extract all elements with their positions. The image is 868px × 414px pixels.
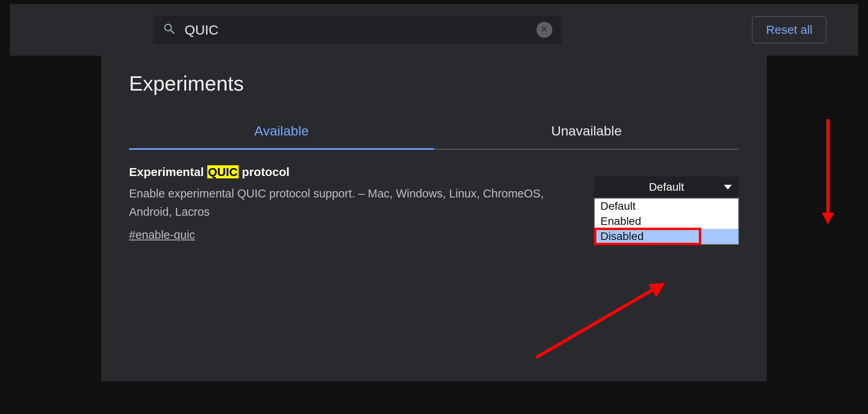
dropdown-option-disabled[interactable]: Disabled	[595, 229, 738, 244]
flag-title-highlight: QUIC	[207, 165, 239, 178]
tab-available[interactable]: Available	[129, 115, 434, 149]
tab-indicator	[129, 148, 434, 150]
dropdown-option-enabled[interactable]: Enabled	[595, 214, 738, 229]
search-box[interactable]	[153, 15, 562, 44]
flag-title-pre: Experimental	[129, 165, 207, 178]
top-bar: Reset all	[10, 4, 858, 56]
flag-title: Experimental QUIC protocol	[129, 165, 570, 179]
dropdown-selected[interactable]: Default	[594, 176, 739, 198]
dropdown-list: Default Enabled Disabled	[594, 198, 739, 245]
flag-hash-link[interactable]: #enable-quic	[129, 228, 195, 241]
tab-unavailable[interactable]: Unavailable	[434, 115, 739, 149]
dropdown-option-default[interactable]: Default	[595, 199, 738, 214]
reset-all-button[interactable]: Reset all	[752, 16, 826, 43]
flag-description: Enable experimental QUIC protocol suppor…	[129, 184, 570, 221]
dropdown-selected-label: Default	[649, 181, 684, 193]
flag-entry: Experimental QUIC protocol Enable experi…	[129, 165, 739, 245]
flag-title-post: protocol	[239, 165, 289, 178]
page-title: Experiments	[129, 72, 739, 95]
clear-search-button[interactable]	[536, 22, 552, 38]
search-icon	[162, 22, 177, 38]
tabs: Available Unavailable	[129, 115, 739, 149]
dropdown-option-disabled-label: Disabled	[600, 230, 644, 242]
close-icon	[540, 25, 549, 35]
search-input[interactable]	[185, 22, 536, 38]
main-panel: Experiments Available Unavailable Experi…	[101, 56, 767, 381]
flag-dropdown[interactable]: Default Default Enabled Disabled	[594, 176, 739, 245]
chevron-down-icon	[724, 185, 732, 190]
